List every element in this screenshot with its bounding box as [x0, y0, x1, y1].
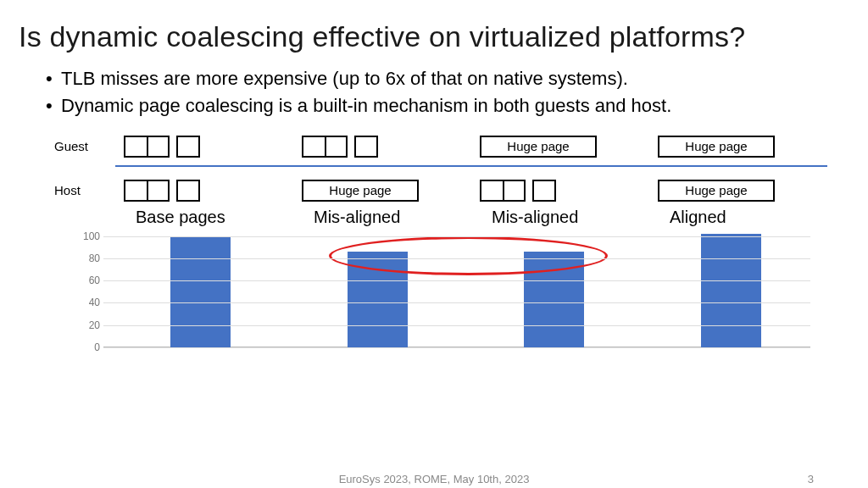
grid-line: [103, 325, 810, 326]
category-label: Aligned: [649, 208, 827, 227]
slide: Is dynamic coalescing effective on virtu…: [0, 0, 868, 488]
grid-line: [103, 258, 810, 259]
y-tick-label: 80: [75, 252, 100, 264]
category-label: Base pages: [115, 208, 293, 227]
base-page: [532, 180, 556, 202]
y-tick-label: 60: [75, 274, 100, 286]
huge-page-box: Huge page: [658, 136, 775, 158]
guest-aligned: Huge page: [649, 136, 827, 158]
base-page-pair: [302, 136, 348, 158]
host-basepages: [115, 180, 293, 202]
huge-page-box: Huge page: [658, 180, 775, 202]
guest-basepages: [115, 136, 293, 158]
guest-label: Guest: [54, 139, 115, 153]
guest-misaligned-1: [293, 136, 471, 158]
y-tick-label: 20: [75, 319, 100, 331]
bullet-item: TLB misses are more expensive (up to 6x …: [46, 65, 844, 92]
footer-venue: EuroSys 2023, ROME, May 10th, 2023: [339, 473, 530, 485]
bar-misaligned-2: [524, 252, 584, 347]
bar-basepages: [170, 236, 231, 347]
category-labels-row: Base pages Mis-aligned Mis-aligned Align…: [115, 208, 827, 227]
chart-bars: [103, 232, 810, 347]
bullet-item: Dynamic page coalescing is a built-in me…: [46, 92, 844, 119]
host-misaligned-2: [471, 180, 649, 202]
host-label: Host: [54, 183, 115, 197]
base-page-pair: [480, 180, 526, 202]
category-label: Mis-aligned: [293, 208, 471, 227]
base-page: [176, 180, 200, 202]
base-page: [354, 136, 378, 158]
page-title: Is dynamic coalescing effective on virtu…: [19, 20, 844, 53]
page-number: 3: [808, 473, 814, 485]
huge-page-box: Huge page: [302, 180, 419, 202]
y-tick-label: 40: [75, 297, 100, 308]
y-tick-label: 0: [75, 341, 100, 353]
host-misaligned-1: Huge page: [293, 180, 471, 202]
grid-line: [103, 347, 810, 348]
y-tick-label: 100: [75, 230, 100, 242]
base-page-pair: [124, 180, 170, 202]
grid-line: [103, 236, 810, 237]
guest-misaligned-2: Huge page: [471, 136, 649, 158]
huge-page-box: Huge page: [480, 136, 597, 158]
page-mapping-diagram: Guest Huge page Huge page: [54, 130, 827, 347]
bar-misaligned-1: [348, 252, 408, 347]
base-page: [176, 136, 200, 158]
guest-row: Guest Huge page Huge page: [54, 130, 827, 164]
grid-line: [103, 302, 810, 303]
guest-host-separator: [115, 165, 827, 167]
bar-aligned: [701, 234, 761, 347]
bullet-list: TLB misses are more expensive (up to 6x …: [46, 65, 844, 119]
base-page-pair: [124, 136, 170, 158]
host-row: Host Huge page Huge page: [54, 174, 827, 208]
bar-chart: 020406080100: [103, 232, 810, 347]
host-aligned: Huge page: [649, 180, 827, 202]
category-label: Mis-aligned: [471, 208, 649, 227]
grid-line: [103, 280, 810, 281]
